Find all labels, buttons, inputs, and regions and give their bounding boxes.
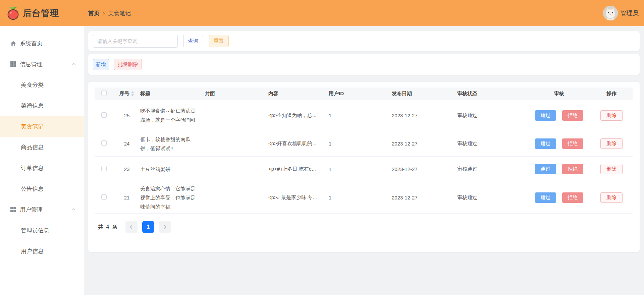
sidebar-group-label: 用户管理 bbox=[20, 206, 43, 214]
table-row: 24 低卡，软糯香甜的南瓜饼，值得试试‼ <p>好喜欢糯叽叽的... 1 202… bbox=[95, 131, 633, 157]
cell-date: 2023-12-27 bbox=[392, 141, 457, 146]
column-header-userid: 用户ID bbox=[329, 91, 392, 97]
cell-content: <p>不知道为啥，总... bbox=[268, 112, 329, 119]
select-all-checkbox[interactable] bbox=[101, 91, 107, 96]
sidebar-item-food-category[interactable]: 美食分类 bbox=[0, 74, 84, 95]
cell-seq: 24 bbox=[124, 141, 130, 146]
cell-content: <p># i上冬日 吃在e... bbox=[268, 166, 329, 172]
cell-title: 低卡，软糯香甜的南瓜饼，值得试试‼ bbox=[140, 135, 205, 153]
cell-date: 2023-12-27 bbox=[392, 195, 457, 200]
sidebar-item-system-home[interactable]: 系统首页 bbox=[0, 33, 84, 54]
row-checkbox[interactable] bbox=[101, 194, 107, 200]
add-button[interactable]: 新增 bbox=[93, 59, 109, 70]
delete-button[interactable]: 删除 bbox=[600, 164, 623, 174]
grid-icon bbox=[10, 206, 16, 213]
breadcrumb: 首页 › 美食笔记 bbox=[88, 9, 131, 17]
toolbar-panel: 新增 批量删除 bbox=[88, 54, 640, 75]
cell-title: 吃不胖食谱～虾仁菌菇豆腐汤，就是一个字“鲜”啊! bbox=[140, 106, 205, 124]
user-avatar[interactable] bbox=[603, 6, 618, 20]
sidebar-item-announcement-info[interactable]: 公告信息 bbox=[0, 178, 84, 199]
breadcrumb-home-link[interactable]: 首页 bbox=[88, 9, 100, 17]
reject-button[interactable]: 拒绝 bbox=[562, 138, 583, 149]
batch-delete-button[interactable]: 批量删除 bbox=[114, 59, 142, 70]
query-button[interactable]: 查询 bbox=[183, 35, 203, 47]
sidebar-item-label: 系统首页 bbox=[20, 40, 43, 47]
sidebar-group-user-management[interactable]: 用户管理 bbox=[0, 199, 84, 220]
pagination: 共 4 条 1 bbox=[95, 221, 633, 233]
sidebar-item-label: 公告信息 bbox=[21, 185, 44, 193]
reject-button[interactable]: 拒绝 bbox=[562, 164, 583, 174]
sort-icons[interactable] bbox=[131, 91, 134, 96]
table-header-row: 序号 标题 封面 内容 用户ID 发布日期 审核状态 审核 操作 bbox=[95, 87, 633, 100]
sidebar-item-user-info[interactable]: 用户信息 bbox=[0, 241, 84, 261]
column-header-cover: 封面 bbox=[205, 91, 268, 97]
cell-date: 2023-12-27 bbox=[392, 113, 457, 118]
column-header-audit: 审核 bbox=[554, 91, 564, 97]
column-header-content: 内容 bbox=[268, 91, 329, 97]
search-input[interactable] bbox=[93, 35, 178, 48]
sidebar-item-label: 订单信息 bbox=[21, 164, 44, 172]
table-row: 23 土豆丝鸡蛋饼 <p># i上冬日 吃在e... 1 2023-12-27 … bbox=[95, 157, 633, 182]
cell-content: <p>好喜欢糯叽叽的... bbox=[268, 140, 329, 147]
reject-button[interactable]: 拒绝 bbox=[562, 192, 583, 203]
sidebar-item-admin-info[interactable]: 管理员信息 bbox=[0, 220, 84, 241]
grid-icon bbox=[10, 61, 16, 67]
sidebar-item-food-notes[interactable]: 美食笔记 bbox=[0, 116, 84, 137]
cell-title: 美食治愈心情，它能满足视觉上的享受，也能满足味蕾间的幸福。 bbox=[140, 184, 205, 211]
sidebar-item-label: 用户信息 bbox=[21, 247, 44, 255]
cell-userid: 1 bbox=[329, 141, 392, 146]
cell-userid: 1 bbox=[329, 113, 392, 118]
pagination-next-button[interactable] bbox=[159, 221, 171, 233]
cell-status: 审核通过 bbox=[457, 194, 528, 201]
table-row: 25 吃不胖食谱～虾仁菌菇豆腐汤，就是一个字“鲜”啊! <p>不知道为啥，总..… bbox=[95, 100, 633, 131]
app-title: 后台管理 bbox=[23, 7, 59, 19]
table-row: 21 美食治愈心情，它能满足视觉上的享受，也能满足味蕾间的幸福。 <p># 最是… bbox=[95, 182, 633, 214]
chevron-left-icon bbox=[130, 225, 134, 229]
sidebar-item-label: 管理员信息 bbox=[21, 227, 49, 234]
reject-button[interactable]: 拒绝 bbox=[562, 110, 583, 121]
pagination-page-1[interactable]: 1 bbox=[142, 221, 154, 233]
user-name: 管理员 bbox=[621, 9, 639, 17]
column-header-date: 发布日期 bbox=[392, 91, 457, 97]
cell-status: 审核通过 bbox=[457, 140, 528, 147]
breadcrumb-current: 美食笔记 bbox=[108, 9, 131, 17]
row-checkbox[interactable] bbox=[101, 112, 107, 118]
column-header-operation: 操作 bbox=[606, 91, 616, 97]
sidebar-item-label: 美食分类 bbox=[21, 81, 44, 89]
row-checkbox[interactable] bbox=[101, 140, 107, 146]
breadcrumb-separator-icon: › bbox=[103, 10, 105, 16]
top-header: 后台管理 首页 › 美食笔记 管理员 bbox=[0, 0, 644, 26]
chevron-up-icon bbox=[71, 208, 76, 211]
logo-area: 后台管理 bbox=[0, 5, 84, 21]
search-panel: 查询 重置 bbox=[88, 31, 640, 51]
chevron-right-icon bbox=[163, 225, 166, 229]
tomato-logo-icon bbox=[6, 5, 20, 21]
data-table-panel: 序号 标题 封面 内容 用户ID 发布日期 审核状态 审核 操作 25 吃不胖食… bbox=[88, 82, 640, 252]
delete-button[interactable]: 删除 bbox=[600, 192, 623, 203]
sidebar-group-label: 信息管理 bbox=[20, 60, 43, 68]
cell-seq: 21 bbox=[124, 195, 130, 200]
sidebar-item-recipe-info[interactable]: 菜谱信息 bbox=[0, 95, 84, 116]
cell-seq: 23 bbox=[124, 166, 130, 172]
delete-button[interactable]: 删除 bbox=[600, 138, 623, 149]
approve-button[interactable]: 通过 bbox=[535, 138, 556, 149]
sidebar-item-label: 美食笔记 bbox=[21, 123, 44, 130]
cell-content: <p># 最是家乡味 冬... bbox=[268, 194, 329, 201]
row-checkbox[interactable] bbox=[101, 166, 107, 171]
cell-date: 2023-12-27 bbox=[392, 166, 457, 172]
sidebar-item-order-info[interactable]: 订单信息 bbox=[0, 158, 84, 178]
sidebar-item-product-info[interactable]: 商品信息 bbox=[0, 137, 84, 158]
approve-button[interactable]: 通过 bbox=[535, 192, 556, 203]
admin-app: 后台管理 首页 › 美食笔记 管理员 bbox=[0, 0, 644, 295]
main-content: 查询 重置 新增 批量删除 序号 标题 封面 内容 用户ID 发布日期 bbox=[84, 26, 644, 295]
pagination-prev-button[interactable] bbox=[125, 221, 138, 233]
delete-button[interactable]: 删除 bbox=[600, 110, 623, 121]
approve-button[interactable]: 通过 bbox=[535, 164, 556, 174]
cell-userid: 1 bbox=[329, 166, 392, 172]
sidebar-group-info-management[interactable]: 信息管理 bbox=[0, 54, 84, 74]
column-header-title: 标题 bbox=[140, 91, 205, 97]
chevron-up-icon bbox=[71, 63, 76, 66]
approve-button[interactable]: 通过 bbox=[535, 110, 556, 121]
cell-status: 审核通过 bbox=[457, 112, 528, 119]
reset-button[interactable]: 重置 bbox=[209, 35, 229, 47]
